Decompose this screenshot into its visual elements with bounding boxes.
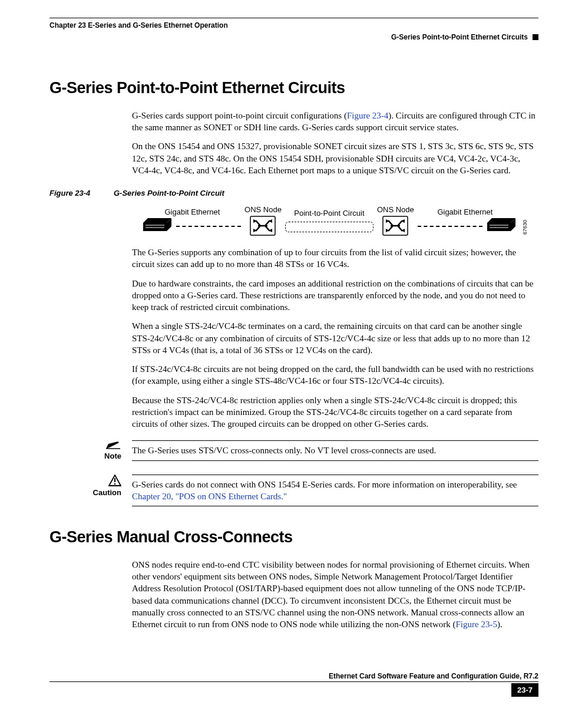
figure-caption-23-4: Figure 23-4 G-Series Point-to-Point Circ… [49,188,538,199]
ethernet-link-left [176,226,241,227]
page-footer: Ethernet Card Software Feature and Confi… [49,671,538,697]
para-sizes: On the ONS 15454 and ONS 15327, provisio… [132,140,538,176]
link-figure-23-4[interactable]: Figure 23-4 [347,111,388,120]
header-rule-top [49,18,538,18]
label-gige-right: Gigabit Ethernet [437,207,492,218]
label-ptp-circuit: Point-to-Point Circuit [294,208,364,219]
note-pen-icon [105,440,121,450]
diagram-p2p-circuit: x ONS Node Gigabit Ethernet Point-to-Poi… [132,205,538,236]
heading-gseries-p2p: G-Series Point-to-Point Ethernet Circuit… [49,77,538,98]
label-ons-node-right: ONS Node [377,205,414,215]
footer-book-title: Ethernet Card Software Feature and Confi… [329,671,538,681]
caution-text: G-Series cards do not connect with ONS 1… [132,475,538,507]
para-sts24: When a single STS-24c/VC4-8c terminates … [132,320,538,356]
link-figure-23-5[interactable]: Figure 23-5 [456,620,497,629]
svg-marker-0 [143,218,171,223]
svg-rect-1 [143,223,167,231]
figure-title: G-Series Point-to-Point Circuit [114,189,224,197]
svg-point-22 [114,483,115,485]
svg-marker-15 [487,218,515,223]
note-label: Note [104,451,121,462]
caution-block: Caution G-Series cards do not connect wi… [49,475,538,507]
caution-triangle-icon [108,475,121,486]
label-gige-left: Gigabit Ethernet [165,207,220,218]
running-section-title: G-Series Point-to-Point Ethernet Circuit… [391,32,528,42]
ons-node-icon [382,216,408,236]
heading-manual-xconnects: G-Series Manual Cross-Connects [49,526,538,548]
switch-icon [486,217,517,235]
note-block: Note The G-Series uses STS/VC cross-conn… [49,440,538,462]
ons-node-icon [250,216,276,236]
para-restriction: Because the STS-24c/VC4-8c restriction a… [132,394,538,430]
para-combo: The G-Series supports any combination of… [132,246,538,271]
label-ons-node-left: ONS Node [244,205,282,215]
ptp-dashed-box [285,222,373,232]
para-constraints: Due to hardware constraints, the card im… [132,278,538,314]
page-number-badge: 23-7 [511,683,538,697]
header-square-icon [533,34,538,40]
chapter-title: Chapter 23 E-Series and G-Series Etherne… [49,21,538,30]
para-no24: If STS-24c/VC4-8c circuits are not being… [132,363,538,387]
caution-label: Caution [93,487,121,498]
note-text: The G-Series uses STS/VC cross-connects … [132,440,538,460]
svg-rect-16 [487,223,511,231]
para-manual-xc: ONS nodes require end-to-end CTC visibil… [132,559,538,631]
link-chapter-20[interactable]: Chapter 20, "POS on ONS Ethernet Cards." [132,492,287,501]
switch-icon [142,217,173,235]
ethernet-link-right [418,226,482,227]
para-intro: G-Series cards support point-to-point ci… [132,110,538,134]
figure-number: Figure 23-4 [49,188,90,199]
running-head: G-Series Point-to-Point Ethernet Circuit… [49,32,538,42]
diagram-id: 67630 [521,220,528,235]
